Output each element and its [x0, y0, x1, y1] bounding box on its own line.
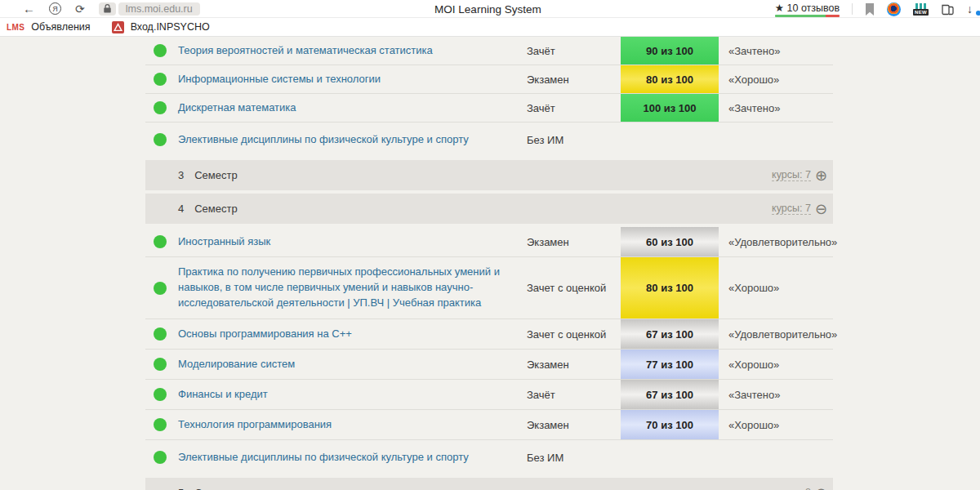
semester-header-row[interactable]: 5 Семестр курсы: 8 ⊕	[145, 478, 833, 490]
course-link[interactable]: Теория вероятностей и математическая ста…	[178, 43, 527, 59]
grade-label: «Зачтено»	[728, 45, 780, 57]
semester-label: Семестр	[194, 169, 237, 181]
score-badge: 67 из 100	[621, 380, 719, 409]
semester-number: 4	[178, 203, 184, 215]
score-badge: 100 из 100	[621, 94, 719, 122]
course-link[interactable]: Элективные дисциплины по физической куль…	[178, 132, 527, 148]
status-dot-icon	[154, 388, 167, 401]
table-row: Элективные дисциплины по физической куль…	[145, 122, 833, 157]
course-link[interactable]: Моделирование систем	[178, 357, 527, 372]
exam-type-label: Зачёт	[527, 389, 621, 401]
toolbar-divider	[852, 3, 853, 15]
yandex-icon[interactable]: Я	[49, 2, 61, 15]
bookmark-label: Вход.INPSYCHO	[131, 21, 210, 33]
expand-toggle-icon[interactable]: ⊕	[815, 486, 827, 490]
course-link[interactable]: Финансы и кредит	[178, 387, 527, 403]
collections-icon[interactable]	[941, 3, 955, 16]
course-link[interactable]: Элективные дисциплины по физической куль…	[178, 450, 527, 466]
back-icon[interactable]: ←	[23, 2, 35, 15]
reviews-count-label: 10 отзывов	[787, 2, 840, 14]
bookmark-item-lms[interactable]: LMS Объявления	[7, 21, 112, 33]
refresh-icon[interactable]: ⟳	[75, 3, 85, 15]
table-row: Практика по получению первичных професси…	[145, 257, 833, 319]
bookmarks-bar: LMS Объявления Вход.INPSYCHO	[0, 18, 980, 37]
grades-table: Теория вероятностей и математическая ста…	[145, 37, 833, 490]
exam-type-label: Зачет с оценкой	[527, 328, 621, 341]
extension-camera-icon[interactable]	[887, 2, 901, 16]
semester-label: Семестр	[194, 487, 237, 490]
exam-type-label: Экзамен	[527, 74, 621, 86]
browser-chrome: ← Я ⟳ lms.moi.edu.ru MOI Learning System…	[0, 0, 980, 37]
courses-count-link[interactable]: курсы: 8	[772, 487, 811, 490]
score-badge: 67 из 100	[621, 319, 719, 349]
semester-label: Семестр	[194, 203, 237, 215]
table-row: Моделирование систем Экзамен 77 из 100 «…	[145, 350, 833, 380]
star-icon: ★	[775, 2, 784, 14]
course-link[interactable]: Информационные системы и технологии	[178, 72, 527, 87]
table-row: Основы программирования на C++ Зачет с о…	[145, 319, 833, 350]
extension-new-icon[interactable]: NEW	[913, 3, 929, 16]
table-row: Дискретная математика Зачёт 100 из 100 «…	[145, 94, 833, 122]
table-row: Финансы и кредит Зачёт 67 из 100 «Зачтен…	[145, 380, 833, 410]
grade-label: «Хорошо»	[728, 419, 779, 431]
score-badge: 90 из 100	[621, 37, 719, 65]
table-row: Теория вероятностей и математическая ста…	[145, 37, 833, 65]
courses-count-link[interactable]: курсы: 7	[772, 169, 811, 181]
course-link[interactable]: Технология программирования	[178, 417, 527, 433]
expand-toggle-icon[interactable]: ⊕	[815, 168, 827, 183]
grade-label: «Хорошо»	[728, 359, 779, 371]
course-link[interactable]: Основы программирования на C++	[178, 327, 527, 342]
score-badge: 80 из 100	[621, 257, 719, 318]
status-dot-icon	[154, 101, 167, 114]
exam-type-label: Зачет с оценкой	[527, 282, 621, 294]
semester-number: 3	[178, 169, 184, 181]
extension-pattern-icon	[915, 3, 926, 9]
grade-label: «Зачтено»	[728, 389, 780, 401]
score-badge: 60 из 100	[621, 227, 719, 256]
grade-label: «Удовлетворительно»	[728, 236, 837, 248]
table-row: Технология программирования Экзамен 70 и…	[145, 410, 833, 440]
bookmark-flag-icon[interactable]	[865, 3, 875, 16]
inpsycho-favicon	[112, 21, 124, 33]
grade-label: «Хорошо»	[728, 74, 779, 86]
exam-type-label: Без ИМ	[527, 134, 621, 146]
page-title: MOI Learning System	[434, 0, 541, 18]
downloads-icon[interactable]: ↓	[967, 2, 978, 16]
site-reviews-button[interactable]: ★ 10 отзывов	[775, 2, 840, 17]
status-dot-icon	[154, 73, 167, 86]
score-badge: 77 из 100	[621, 350, 719, 379]
exam-type-label: Зачёт	[527, 45, 621, 57]
ssl-lock-icon[interactable]	[99, 2, 116, 16]
grade-label: «Хорошо»	[728, 282, 779, 294]
status-dot-icon	[154, 327, 167, 341]
bookmark-label: Объявления	[31, 21, 90, 33]
semester-row-right: курсы: 7 ⊖	[772, 202, 833, 216]
course-link[interactable]: Дискретная математика	[178, 100, 527, 116]
bookmark-item-inpsycho[interactable]: Вход.INPSYCHO	[112, 21, 231, 33]
grade-label: «Зачтено»	[728, 102, 780, 114]
semester-header-row[interactable]: 4 Семестр курсы: 7 ⊖	[145, 194, 833, 224]
exam-type-label: Зачёт	[527, 102, 621, 114]
table-row: Элективные дисциплины по физической куль…	[145, 440, 833, 474]
table-row: Иностранный язык Экзамен 60 из 100 «Удов…	[145, 227, 833, 257]
status-dot-icon	[154, 418, 167, 431]
status-dot-icon	[154, 44, 167, 57]
courses-count-link[interactable]: курсы: 7	[772, 203, 811, 215]
download-notification-dot	[976, 11, 980, 16]
semester-number: 5	[178, 487, 184, 490]
toolbar-right-cluster: ★ 10 отзывов NEW ↓	[775, 0, 980, 18]
table-row: Информационные системы и технологии Экза…	[145, 65, 833, 94]
address-bar[interactable]: lms.moi.edu.ru	[118, 2, 200, 16]
page-content: Теория вероятностей и математическая ста…	[0, 37, 980, 489]
reviews-rating-bar	[775, 15, 840, 17]
browser-toolbar: ← Я ⟳ lms.moi.edu.ru MOI Learning System…	[0, 0, 980, 18]
semester-header-row[interactable]: 3 Семестр курсы: 7 ⊕	[145, 160, 833, 190]
course-link[interactable]: Практика по получению первичных професси…	[178, 265, 527, 311]
expand-toggle-icon[interactable]: ⊖	[815, 202, 827, 216]
score-badge: 70 из 100	[621, 410, 719, 439]
course-link[interactable]: Иностранный язык	[178, 234, 527, 250]
exam-type-label: Экзамен	[527, 236, 621, 248]
score-badge: 80 из 100	[621, 65, 719, 93]
semester-row-right: курсы: 8 ⊕	[772, 486, 833, 490]
exam-type-label: Экзамен	[527, 359, 621, 371]
